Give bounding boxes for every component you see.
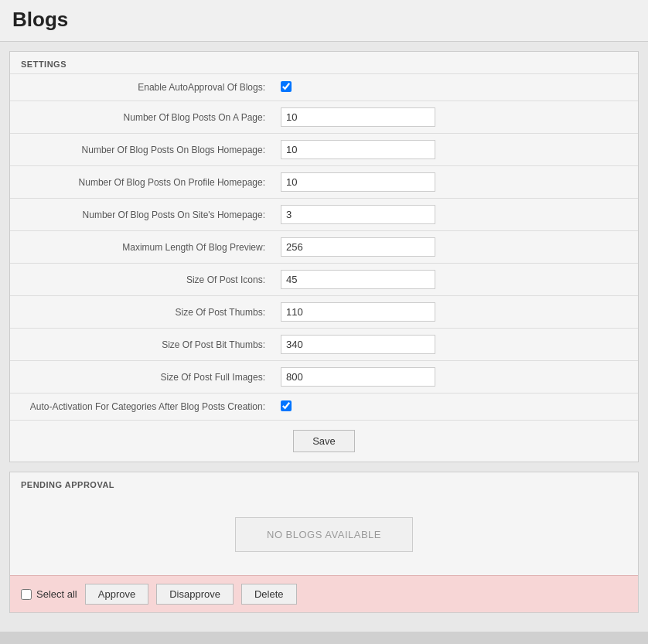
setting-row-posts-blogs-hp: Number Of Blog Posts On Blogs Homepage: bbox=[10, 134, 638, 166]
disapprove-button[interactable]: Disapprove bbox=[156, 584, 234, 605]
max-preview-input[interactable] bbox=[281, 237, 435, 257]
max-preview-label: Maximum Length Of Blog Preview: bbox=[10, 231, 273, 264]
page-header: Blogs bbox=[0, 0, 648, 42]
icon-size-input[interactable] bbox=[281, 270, 435, 289]
setting-row-autoapproval: Enable AutoApproval Of Blogs: bbox=[10, 74, 638, 101]
full-image-size-input[interactable] bbox=[281, 367, 435, 387]
pending-approval-panel: PENDING APPROVAL NO BLOGS AVAILABLE Sele… bbox=[9, 472, 639, 613]
no-blogs-container: NO BLOGS AVAILABLE bbox=[10, 494, 638, 575]
icon-size-label: Size Of Post Icons: bbox=[10, 264, 273, 296]
posts-blogs-hp-label: Number Of Blog Posts On Blogs Homepage: bbox=[10, 134, 273, 166]
auto-activation-value bbox=[273, 394, 638, 421]
setting-row-full-image-size: Size Of Post Full Images: bbox=[10, 361, 638, 394]
pending-section-label: PENDING APPROVAL bbox=[10, 472, 638, 494]
bit-thumb-size-input[interactable] bbox=[281, 335, 435, 354]
setting-row-posts-profile-hp: Number Of Blog Posts On Profile Homepage… bbox=[10, 166, 638, 199]
auto-activation-label: Auto-Activation For Categories After Blo… bbox=[10, 394, 273, 421]
setting-row-bit-thumb-size: Size Of Post Bit Thumbs: bbox=[10, 329, 638, 361]
autoapproval-checkbox[interactable] bbox=[281, 81, 292, 92]
approve-button[interactable]: Approve bbox=[85, 584, 148, 605]
posts-profile-hp-input[interactable] bbox=[281, 172, 435, 192]
select-all-checkbox[interactable] bbox=[21, 589, 32, 600]
posts-page-input[interactable] bbox=[281, 107, 435, 127]
autoapproval-label: Enable AutoApproval Of Blogs: bbox=[10, 74, 273, 101]
posts-site-hp-input[interactable] bbox=[281, 205, 435, 224]
bit-thumb-size-label: Size Of Post Bit Thumbs: bbox=[10, 329, 273, 361]
auto-activation-checkbox[interactable] bbox=[281, 400, 292, 411]
bottom-bar: Select all Approve Disapprove Delete bbox=[10, 575, 638, 612]
settings-section-label: SETTINGS bbox=[10, 52, 638, 73]
setting-row-max-preview: Maximum Length Of Blog Preview: bbox=[10, 231, 638, 264]
save-button[interactable]: Save bbox=[293, 430, 355, 452]
setting-row-posts-site-hp: Number Of Blog Posts On Site's Homepage: bbox=[10, 199, 638, 231]
page-title: Blogs bbox=[12, 8, 636, 32]
save-row: Save bbox=[10, 420, 638, 462]
autoapproval-value bbox=[273, 74, 638, 101]
setting-row-thumb-size: Size Of Post Thumbs: bbox=[10, 296, 638, 329]
setting-row-icon-size: Size Of Post Icons: bbox=[10, 264, 638, 296]
select-all-text: Select all bbox=[36, 588, 77, 600]
setting-row-posts-page: Number Of Blog Posts On A Page: bbox=[10, 101, 638, 134]
delete-button[interactable]: Delete bbox=[241, 584, 297, 605]
full-image-size-label: Size Of Post Full Images: bbox=[10, 361, 273, 394]
posts-blogs-hp-input[interactable] bbox=[281, 140, 435, 159]
no-blogs-message: NO BLOGS AVAILABLE bbox=[235, 517, 413, 552]
thumb-size-input[interactable] bbox=[281, 302, 435, 322]
posts-page-label: Number Of Blog Posts On A Page: bbox=[10, 101, 273, 134]
posts-site-hp-label: Number Of Blog Posts On Site's Homepage: bbox=[10, 199, 273, 231]
select-all-label[interactable]: Select all bbox=[21, 588, 77, 600]
posts-profile-hp-label: Number Of Blog Posts On Profile Homepage… bbox=[10, 166, 273, 199]
content-area: SETTINGS Enable AutoApproval Of Blogs: N… bbox=[0, 42, 648, 632]
thumb-size-label: Size Of Post Thumbs: bbox=[10, 296, 273, 329]
settings-panel: SETTINGS Enable AutoApproval Of Blogs: N… bbox=[9, 51, 639, 462]
setting-row-auto-activation: Auto-Activation For Categories After Blo… bbox=[10, 394, 638, 421]
